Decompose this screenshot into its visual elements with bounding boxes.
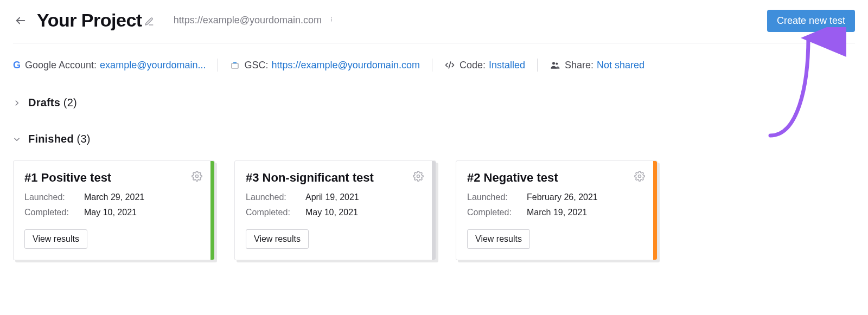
section-finished: Finished (3) #1 Positive test Launched: … (13, 133, 855, 260)
edit-icon[interactable] (144, 10, 154, 31)
gear-icon[interactable] (192, 171, 202, 184)
completed-value: May 10, 2021 (305, 208, 358, 217)
code-icon (444, 60, 455, 70)
svg-point-10 (639, 175, 641, 178)
test-card-completed: Completed: May 10, 2021 (24, 208, 203, 217)
project-url-text: https://example@yourdomain.com (174, 15, 322, 26)
meta-gsc-label: GSC: (244, 60, 268, 71)
svg-rect-4 (233, 62, 237, 63)
gear-icon[interactable] (413, 171, 424, 184)
launched-label: Launched: (467, 192, 527, 202)
completed-label: Completed: (467, 208, 527, 217)
view-results-button[interactable]: View results (246, 229, 309, 249)
launched-value: February 26, 2021 (527, 192, 598, 202)
meta-google-account-label: Google Account: (25, 60, 97, 71)
section-drafts-count: (2) (63, 97, 77, 109)
test-card: #2 Negative test Launched: February 26, … (456, 160, 658, 260)
meta-code-value[interactable]: Installed (489, 60, 525, 71)
launched-value: March 29, 2021 (84, 192, 144, 202)
section-drafts: Drafts (2) (13, 97, 855, 109)
svg-point-6 (552, 62, 555, 65)
svg-rect-3 (232, 63, 238, 68)
divider (537, 59, 538, 72)
project-meta-bar: G Google Account: example@yourdomain... … (13, 43, 855, 77)
meta-google-account[interactable]: G Google Account: example@yourdomain... (13, 60, 218, 71)
completed-label: Completed: (246, 208, 305, 217)
share-icon (550, 60, 560, 70)
create-new-test-button[interactable]: Create new test (767, 10, 855, 32)
test-card-title: #3 Non-significant test (246, 171, 425, 185)
launched-label: Launched: (24, 192, 84, 202)
launched-label: Launched: (246, 192, 305, 202)
project-title-text: Your Project (37, 10, 142, 31)
chevron-right-icon (13, 99, 24, 107)
svg-point-8 (196, 175, 199, 178)
test-card-title: #2 Negative test (467, 171, 646, 185)
info-icon[interactable] (327, 15, 336, 26)
test-card-title: #1 Positive test (24, 171, 203, 185)
completed-value: May 10, 2021 (84, 208, 137, 217)
page-title: Your Project (37, 10, 154, 31)
meta-share[interactable]: Share: Not shared (550, 60, 656, 71)
section-finished-count: (3) (77, 133, 91, 145)
meta-gsc-value[interactable]: https://example@yourdomain.com (272, 60, 420, 71)
svg-line-5 (449, 62, 450, 68)
chevron-down-icon (13, 136, 24, 143)
gear-icon[interactable] (634, 171, 645, 184)
svg-point-9 (417, 175, 420, 178)
meta-share-label: Share: (565, 60, 593, 71)
section-drafts-label: Drafts (28, 97, 60, 109)
test-card: #1 Positive test Launched: March 29, 202… (13, 160, 215, 260)
divider (432, 59, 432, 72)
section-drafts-toggle[interactable]: Drafts (2) (13, 97, 77, 109)
test-card-completed: Completed: May 10, 2021 (246, 208, 425, 217)
back-arrow-icon[interactable] (13, 13, 28, 28)
svg-point-7 (556, 63, 558, 65)
google-icon: G (13, 60, 21, 71)
view-results-button[interactable]: View results (467, 229, 530, 249)
test-card-launched: Launched: February 26, 2021 (467, 192, 646, 202)
project-url: https://example@yourdomain.com (174, 15, 336, 26)
launched-value: April 19, 2021 (305, 192, 359, 202)
test-card-launched: Launched: April 19, 2021 (246, 192, 425, 202)
meta-code-label: Code: (459, 60, 486, 71)
meta-google-account-value[interactable]: example@yourdomain... (100, 60, 206, 71)
completed-label: Completed: (24, 208, 84, 217)
divider (218, 59, 218, 72)
finished-cards: #1 Positive test Launched: March 29, 202… (13, 160, 855, 260)
meta-gsc[interactable]: GSC: https://example@yourdomain.com (230, 60, 431, 71)
test-card-launched: Launched: March 29, 2021 (24, 192, 203, 202)
test-card: #3 Non-significant test Launched: April … (234, 160, 436, 260)
gsc-icon (230, 60, 240, 70)
card-accent (653, 161, 657, 260)
meta-code[interactable]: Code: Installed (444, 60, 537, 71)
card-accent (432, 161, 436, 260)
view-results-button[interactable]: View results (24, 229, 87, 249)
section-finished-label: Finished (28, 133, 74, 145)
completed-value: March 19, 2021 (527, 208, 587, 217)
section-finished-toggle[interactable]: Finished (3) (13, 133, 91, 145)
svg-point-1 (331, 17, 332, 18)
meta-share-value[interactable]: Not shared (597, 60, 644, 71)
test-card-completed: Completed: March 19, 2021 (467, 208, 646, 217)
card-accent (210, 161, 214, 260)
